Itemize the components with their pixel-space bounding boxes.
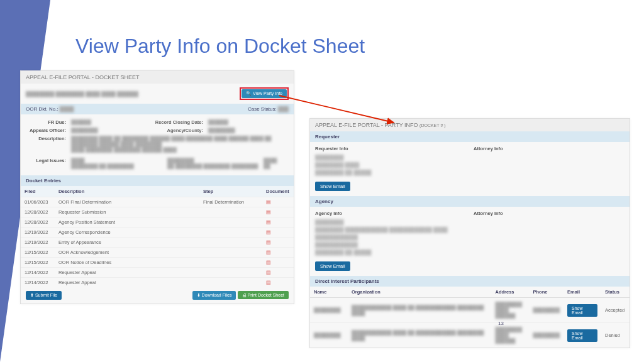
page-number: 13 [498, 321, 504, 326]
docket-entries-header: Docket Entries [21, 175, 294, 186]
view-party-info-button[interactable]: 🔍 View Party Info [242, 89, 287, 98]
record-closing-value: ██████ [208, 119, 289, 125]
agency-show-email-button[interactable]: Show Email [315, 261, 350, 271]
agency-section-header: Agency [310, 196, 630, 207]
docket-row: 12/28/2022Requester Submission▤ [21, 207, 294, 217]
requester-info-blurred: ████████████████ ████████████ ██ █████ [315, 154, 466, 177]
docket-sheet-header: APPEAL E-FILE PORTAL - DOCKET SHEET [21, 71, 294, 84]
appeals-officer-value: ████████ [71, 128, 152, 133]
legal-issues-value: ████████████ ██ ████████ [71, 158, 167, 169]
docket-row: 12/19/2022Agency Correspondence▤ [21, 228, 294, 238]
pdf-icon[interactable]: ▤ [266, 260, 271, 265]
party-info-header: APPEAL E-FILE PORTAL - PARTY INFO (DOCKE… [310, 119, 630, 131]
agency-info-blurred: ████████████████ ████████████ ██████████… [315, 219, 466, 256]
docket-row: 12/15/2022OOR Notice of Deadlines▤ [21, 258, 294, 268]
download-files-button[interactable]: ⬇ Download Files [192, 291, 236, 300]
docket-row: 12/14/2022Requester Appeal▤ [21, 268, 294, 278]
dip-col-org: Organization [348, 287, 491, 298]
case-status-value: ███ [278, 106, 289, 112]
agency-county-value: ████████ [208, 128, 289, 133]
dip-table: Name Organization Address Phone Email St… [310, 287, 630, 348]
docket-row: 12/15/2022OOR Acknowledgement▤ [21, 248, 294, 258]
requester-section-header: Requester [310, 131, 630, 142]
agency-attorney-label: Attorney Info [474, 211, 625, 216]
case-status-label: Case Status: [248, 106, 277, 112]
case-title-blurred: ████████ ████████ ████ ████ ██████ [26, 91, 138, 97]
docket-footer: ⬆ Submit File ⬇ Download Files 🖨 Print D… [21, 287, 294, 304]
pdf-icon[interactable]: ▤ [266, 270, 271, 275]
docket-entries-table: Filed Description Step Document 01/06/20… [21, 186, 294, 287]
pdf-icon[interactable]: ▤ [266, 239, 271, 245]
docket-row: 12/28/2022Agency Position Statement▤ [21, 217, 294, 228]
dip-row: ████████ ████████████ ████ ██ ██████████… [310, 323, 630, 348]
pdf-icon[interactable]: ▤ [266, 199, 271, 205]
docket-row: 12/19/2022Entry of Appearance▤ [21, 238, 294, 248]
dip-col-address: Address [491, 287, 529, 298]
view-party-info-highlight: 🔍 View Party Info [240, 87, 289, 100]
col-step: Step [199, 186, 262, 197]
party-info-panel: APPEAL E-FILE PORTAL - PARTY INFO (DOCKE… [309, 118, 630, 348]
dip-col-email: Email [564, 287, 601, 298]
col-description: Description [55, 186, 199, 197]
docket-row: 12/14/2022Requester Appeal▤ [21, 278, 294, 288]
fr-due-value: ██████ [71, 119, 152, 125]
docket-sheet-panel: APPEAL E-FILE PORTAL - DOCKET SHEET ████… [20, 70, 294, 304]
dip-col-status: Status [601, 287, 630, 298]
print-docket-button[interactable]: 🖨 Print Docket Sheet [238, 291, 289, 299]
pdf-icon[interactable]: ▤ [266, 209, 271, 215]
agency-info-label: Agency Info [315, 211, 466, 216]
dip-col-phone: Phone [529, 287, 564, 298]
requester-show-email-button[interactable]: Show Email [315, 182, 350, 191]
docket-number-bar: OOR Dkt. No.: ████ Case Status: ███ [21, 104, 294, 114]
pdf-icon[interactable]: ▤ [266, 280, 271, 285]
fr-due-label: FR Due: [26, 119, 71, 125]
docket-number-value: ████ [60, 106, 74, 112]
dip-show-email-button[interactable]: Show Email [567, 304, 597, 317]
description-value: ████████ ████ ██ ████████ ██████ ████ ██… [71, 136, 289, 153]
agency-county-label: Agency/County: [152, 128, 208, 133]
col-document: Document [262, 186, 294, 197]
slide-title: View Party Info on Docket Sheet [75, 35, 365, 58]
dip-show-email-button[interactable]: Show Email [567, 329, 597, 342]
requester-attorney-label: Attorney Info [474, 146, 625, 151]
submit-file-button[interactable]: ⬆ Submit File [26, 291, 62, 300]
description-label: Description: [26, 136, 71, 153]
pdf-icon[interactable]: ▤ [266, 250, 271, 255]
dip-row: ████████ ████████████ ████ ██ ██████████… [310, 298, 630, 323]
legal-issues-label: Legal Issues: [26, 158, 71, 169]
dip-col-name: Name [310, 287, 348, 298]
requester-info-label: Requester Info [315, 146, 466, 151]
dip-section-header: Direct Interest Participants [310, 276, 630, 287]
docket-row: 01/06/2023OOR Final DeterminationFinal D… [21, 197, 294, 207]
record-closing-label: Record Closing Date: [152, 119, 208, 125]
pdf-icon[interactable]: ▤ [266, 219, 271, 225]
appeals-officer-label: Appeals Officer: [26, 128, 71, 133]
case-info-grid: FR Due: ██████ Record Closing Date: ████… [21, 114, 294, 175]
pdf-icon[interactable]: ▤ [266, 229, 271, 235]
docket-number-label: OOR Dkt. No.: [26, 106, 58, 112]
col-filed: Filed [21, 186, 55, 197]
